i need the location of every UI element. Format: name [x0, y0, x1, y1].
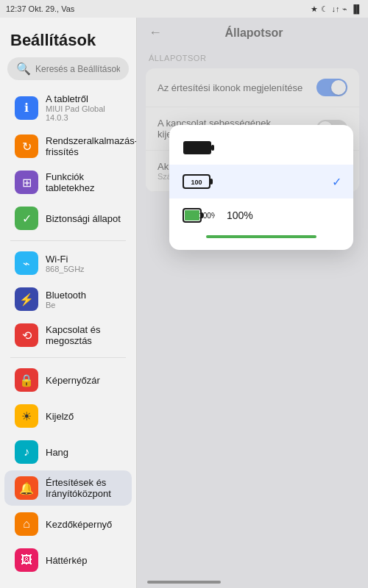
- connection-label: Kapcsolat és megosztás: [46, 324, 121, 346]
- battery-percent-icon: 100%: [181, 207, 216, 223]
- features-icon: ⊞: [15, 171, 38, 194]
- sound-label: Hang: [46, 447, 121, 458]
- sidebar-title: Beállítások: [0, 18, 136, 57]
- security-label: Biztonsági állapot: [46, 213, 121, 224]
- about-sublabel: MIUI Pad Global 14.0.3: [46, 104, 121, 122]
- wifi-label: Wi-Fi: [46, 254, 121, 265]
- sidebar-item-bluetooth[interactable]: ⚡ Bluetooth Be: [4, 282, 132, 317]
- sidebar-item-display[interactable]: ☀ Kijelző: [4, 398, 132, 434]
- battery-option-solid[interactable]: [169, 131, 353, 165]
- sidebar-item-sound[interactable]: ♪ Hang: [4, 434, 132, 470]
- wifi-sublabel: 868_5GHz: [46, 265, 121, 273]
- homescreen-label: Kezdőképernyő: [46, 519, 121, 530]
- svg-rect-4: [210, 179, 213, 184]
- sidebar-item-notifications[interactable]: 🔔 Értesítések és Irányítóközpont: [4, 470, 132, 506]
- search-icon: 🔍: [16, 62, 31, 76]
- battery-numeric-icon: 100: [181, 173, 216, 190]
- notifications-label: Értesítések és Irányítóközpont: [46, 477, 121, 499]
- sidebar-item-features[interactable]: ⊞ Funkciók tabletekhez: [4, 165, 132, 200]
- signal-icon: ↓↑: [331, 4, 339, 13]
- status-bar: 12:37 Okt. 29., Vas ★ ☾ ↓↑ ⌁ ▐▌: [0, 0, 368, 18]
- sound-icon: ♪: [15, 440, 38, 464]
- connection-icon: ⟲: [15, 323, 38, 347]
- homescreen-icon: ⌂: [15, 512, 38, 536]
- features-label: Funkciók tabletekhez: [46, 171, 121, 193]
- sidebar-item-security[interactable]: ✓ Biztonsági állapot: [4, 201, 132, 236]
- bluetooth-icon: ★: [311, 4, 318, 14]
- battery-option-numeric[interactable]: 100 ✓: [169, 165, 353, 198]
- status-bar-left: 12:37 Okt. 29., Vas: [6, 4, 74, 13]
- sidebar: Beállítások 🔍 ℹ A tabletről MIUI Pad Glo…: [0, 18, 136, 588]
- sidebar-item-wallpaper[interactable]: 🖼 Háttérkép: [4, 542, 132, 578]
- svg-rect-1: [211, 145, 214, 151]
- wallpaper-icon: 🖼: [15, 548, 38, 572]
- status-bar-right: ★ ☾ ↓↑ ⌁ ▐▌: [311, 4, 362, 14]
- screenlock-label: Képernyőzár: [46, 375, 121, 386]
- battery-icon: ▐▌: [350, 4, 362, 13]
- about-icon: ℹ: [15, 96, 38, 120]
- green-bar: [206, 235, 316, 238]
- bluetooth-sublabel: Be: [46, 301, 121, 309]
- sidebar-item-about[interactable]: ℹ A tabletről MIUI Pad Global 14.0.3: [4, 87, 132, 128]
- display-icon: ☀: [15, 404, 38, 428]
- sidebar-search[interactable]: 🔍: [7, 57, 129, 80]
- battery-dropdown[interactable]: 100 ✓ 100% 100%: [169, 125, 353, 250]
- updates-label: Rendszeralkalmazás-frissítés: [46, 135, 136, 157]
- svg-rect-0: [183, 141, 211, 154]
- sidebar-divider-2: [10, 357, 126, 358]
- svg-rect-6: [185, 210, 199, 220]
- svg-text:100: 100: [191, 179, 202, 186]
- battery-solid-icon: [181, 140, 216, 156]
- check-icon: ✓: [332, 175, 342, 189]
- sidebar-item-screenlock[interactable]: 🔒 Képernyőzár: [4, 362, 132, 398]
- wallpaper-label: Háttérkép: [46, 555, 121, 566]
- about-label: A tabletről: [46, 93, 121, 104]
- status-time: 12:37 Okt. 29., Vas: [6, 4, 74, 13]
- sidebar-item-connection[interactable]: ⟲ Kapcsolat és megosztás: [4, 318, 132, 353]
- dim-overlay[interactable]: [136, 18, 368, 588]
- sidebar-item-homescreen[interactable]: ⌂ Kezdőképernyő: [4, 506, 132, 542]
- sidebar-item-wifi[interactable]: ⌁ Wi-Fi 868_5GHz: [4, 245, 132, 281]
- wifi-icon: ⌁: [342, 4, 347, 14]
- security-icon: ✓: [15, 207, 38, 230]
- bluetooth-label: Bluetooth: [46, 290, 121, 301]
- display-label: Kijelző: [46, 411, 121, 422]
- notifications-icon: 🔔: [15, 476, 38, 500]
- sidebar-divider-1: [10, 240, 126, 241]
- wifi-nav-icon: ⌁: [15, 251, 38, 275]
- updates-icon: ↻: [15, 135, 38, 158]
- battery-option-percent[interactable]: 100% 100%: [169, 198, 353, 232]
- sidebar-item-updates[interactable]: ↻ Rendszeralkalmazás-frissítés: [4, 129, 132, 164]
- bluetooth-nav-icon: ⚡: [15, 287, 38, 311]
- svg-text:100%: 100%: [199, 212, 215, 220]
- moon-icon: ☾: [321, 4, 328, 14]
- search-input[interactable]: [35, 64, 120, 74]
- screenlock-icon: 🔒: [15, 368, 38, 392]
- battery-percent-label: 100%: [227, 209, 342, 221]
